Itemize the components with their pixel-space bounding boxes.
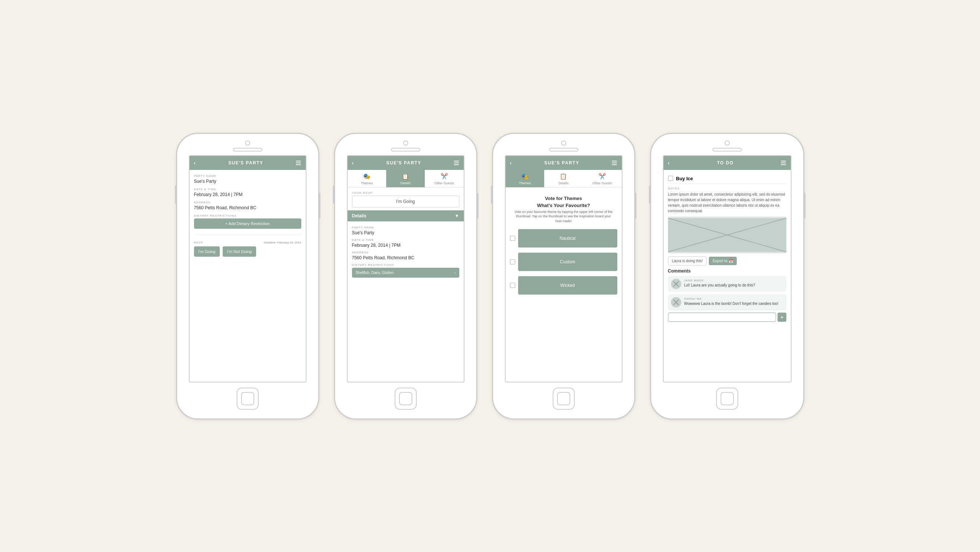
tab-other-guests[interactable]: ✂️ Other Guests — [425, 170, 463, 187]
going-button[interactable]: I'm Going — [194, 246, 220, 257]
not-going-button[interactable]: I'm Not Going — [223, 246, 256, 257]
theme-custom: Custom — [510, 253, 617, 271]
date-time-value: February 28, 2014 | 7PM — [194, 192, 301, 197]
action-row: Laura is doing this! Export to 📅 — [668, 256, 786, 265]
address-label: ADDRESS — [194, 201, 301, 204]
tab-themes-3[interactable]: 🎭 Themes — [506, 170, 544, 187]
theme-wicked: Wicked — [510, 276, 617, 295]
calendar-icon: 📅 — [729, 259, 733, 263]
phone-1-top — [177, 140, 318, 152]
date-time-group: DATE & TIME February 28, 2014 | 7PM — [194, 188, 301, 197]
rsvp-deadline: Deadline: February 10, 2014 — [264, 241, 301, 244]
phone-3-title: SUE'S PARTY — [544, 160, 579, 166]
wicked-button[interactable]: Wicked — [518, 276, 617, 295]
tab-details[interactable]: 📋 Details — [386, 170, 425, 187]
phone-1-navbar: ‹ SUE'S PARTY — [189, 156, 306, 170]
comment-1-avatar — [671, 279, 681, 289]
details-icon-3: 📋 — [560, 173, 567, 180]
rsvp-label: RSVP — [194, 241, 204, 244]
phone-1-home-inner — [241, 392, 254, 405]
phone-3-home[interactable] — [553, 388, 575, 410]
guests-icon-3: ✂️ — [598, 173, 606, 180]
phone-4: ‹ TO DO Buy Ice NOTES Lorem ipsum dolor … — [650, 133, 804, 420]
page-container: ‹ SUE'S PARTY PARTY NAME Sue's Party DAT… — [0, 0, 980, 552]
phone-4-home[interactable] — [716, 388, 738, 410]
add-dietary-button[interactable]: + Add Dietary Restriction — [194, 219, 301, 229]
details-dietary: DIETARY RESTRICTIONS Shellfish, Dairy, G… — [352, 263, 459, 278]
details-party-name: PARTY NAME Sue's Party — [352, 226, 459, 235]
phone-3-camera — [561, 140, 566, 146]
phone-2-screen: ‹ SUE'S PARTY 🎭 Themes 📋 Details ✂️ — [347, 155, 465, 383]
phone-2-camera — [403, 140, 408, 146]
guests-tab-icon: ✂️ — [441, 173, 448, 180]
phone-1-home[interactable] — [237, 388, 259, 410]
comment-input[interactable] — [668, 313, 776, 322]
export-button[interactable]: Export to 📅 — [709, 257, 737, 265]
back-icon-2[interactable]: ‹ — [352, 160, 354, 166]
menu-icon-4[interactable] — [781, 161, 786, 165]
buy-ice-label: Buy Ice — [676, 176, 693, 181]
phone-2-navbar: ‹ SUE'S PARTY — [348, 156, 464, 170]
menu-icon-2[interactable] — [454, 161, 459, 165]
date-time-label: DATE & TIME — [194, 188, 301, 191]
notes-label: NOTES — [668, 187, 786, 190]
phone-4-navbar: ‹ TO DO — [663, 156, 791, 170]
comment-2-avatar — [671, 297, 681, 308]
theme-nautical: Nautical — [510, 229, 617, 247]
details-address: ADDRESS 7560 Petts Road, Richmond BC — [352, 251, 459, 260]
rsvp-buttons: I'm Going I'm Not Going — [194, 246, 301, 257]
comment-1-author: JANE WADE — [684, 279, 783, 282]
phone-2-home[interactable] — [395, 388, 417, 410]
tab-themes[interactable]: 🎭 Themes — [348, 170, 386, 187]
phone-2-title: SUE'S PARTY — [386, 160, 421, 166]
tab-details-3[interactable]: 📋 Details — [544, 170, 583, 187]
tab-guests-3[interactable]: ✂️ Other Guests — [583, 170, 621, 187]
export-label: Export to — [713, 259, 727, 263]
themes-tab-icon: 🎭 — [363, 173, 371, 180]
laura-button[interactable]: Laura is doing this! — [668, 256, 707, 265]
back-icon-3[interactable]: ‹ — [510, 160, 512, 166]
tab-guests-label-3: Other Guests — [592, 181, 612, 185]
address-value: 7560 Petts Road, Richmond BC — [194, 205, 301, 211]
themes-header: Vote for Themes What's Your Favourite? V… — [510, 192, 617, 227]
comment-1-text: Lol! Laura are you actually going to do … — [684, 283, 783, 288]
dietary-chip[interactable]: Shellfish, Dairy, Glutten › — [352, 268, 459, 278]
comment-1: JANE WADE Lol! Laura are you actually go… — [668, 276, 786, 292]
wicked-checkbox[interactable] — [510, 283, 515, 288]
phone-3-screen: ‹ SUE'S PARTY 🎭 Themes 📋 Details ✂️ — [505, 155, 622, 383]
comment-2-body: SARAH MA Wowwww Laura is the bomb! Don't… — [684, 297, 783, 306]
nautical-checkbox[interactable] — [510, 236, 515, 241]
custom-checkbox[interactable] — [510, 259, 515, 265]
menu-icon[interactable] — [296, 161, 301, 165]
phone-3-navbar: ‹ SUE'S PARTY — [506, 156, 622, 170]
party-name-group: PARTY NAME Sue's Party — [194, 174, 301, 184]
phone-3-content: Vote for Themes What's Your Favourite? V… — [506, 188, 622, 382]
phone-1-content: PARTY NAME Sue's Party DATE & TIME Febru… — [189, 170, 306, 382]
comment-2-text: Wowwww Laura is the bomb! Don't forget t… — [684, 301, 783, 306]
buy-ice-checkbox[interactable] — [668, 176, 673, 181]
notes-text: Lorem ipsum dolor sit amet, consectetur … — [668, 191, 786, 214]
phone-3-home-inner — [557, 392, 570, 405]
tab-themes-label: Themes — [361, 181, 373, 185]
back-icon[interactable]: ‹ — [194, 160, 196, 166]
details-dietary-label: DIETARY RESTRICTIONS — [352, 263, 459, 266]
details-arrow: ▼ — [455, 213, 459, 219]
vote-title: Vote for Themes — [513, 196, 614, 201]
comments-label: Comments — [668, 268, 786, 274]
todo-item-buy-ice: Buy Ice — [668, 174, 786, 184]
details-header: Details ▼ — [348, 211, 464, 222]
menu-icon-3[interactable] — [612, 161, 617, 165]
rsvp-going-display[interactable]: I'm Going — [352, 196, 459, 207]
details-datetime-value: February 28, 2014 | 7PM — [352, 243, 459, 248]
phone-4-speaker — [713, 148, 742, 152]
comment-1-body: JANE WADE Lol! Laura are you actually go… — [684, 279, 783, 288]
custom-button[interactable]: Custom — [518, 253, 617, 271]
themes-icon-3: 🎭 — [521, 173, 528, 180]
themes-subtitle: What's Your Favourite? — [513, 203, 614, 208]
phone-4-top — [651, 140, 803, 152]
comment-send-button[interactable]: ➤ — [778, 313, 786, 322]
nautical-button[interactable]: Nautical — [518, 229, 617, 247]
address-group: ADDRESS 7560 Petts Road, Richmond BC — [194, 201, 301, 211]
todo-content: Buy Ice NOTES Lorem ipsum dolor sit amet… — [663, 170, 791, 382]
back-icon-4[interactable]: ‹ — [668, 160, 670, 166]
